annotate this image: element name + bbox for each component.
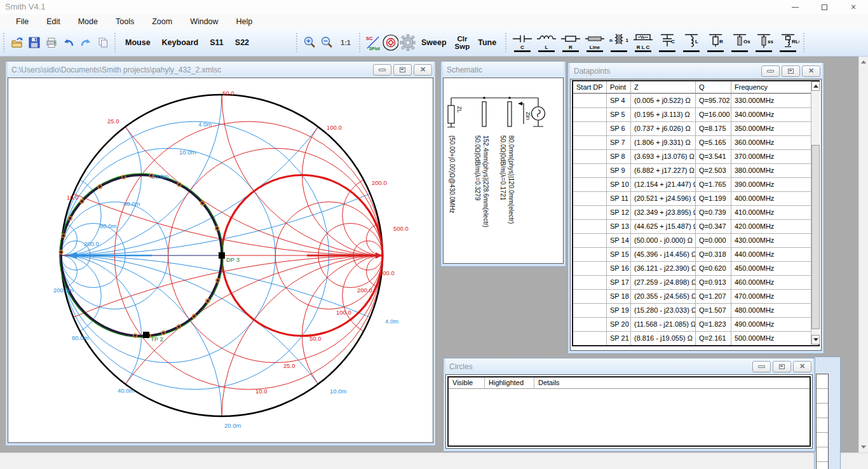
hidden-window-edge[interactable] [814, 357, 841, 469]
admittance-grid-label: 40.0m [123, 200, 140, 207]
smith-grid [8, 78, 433, 442]
point-label: TP 2 [151, 336, 163, 343]
admittance-grid-label: 20.0m [152, 173, 168, 180]
series-rlc-button[interactable]: R L C [631, 32, 655, 53]
mode-button-mouse[interactable]: Mouse [119, 38, 156, 47]
workspace-vertical-scrollbar[interactable] [858, 57, 868, 452]
menu-file[interactable]: File [7, 14, 37, 29]
point-square[interactable] [143, 332, 149, 338]
window-close-button[interactable]: ✕ [793, 361, 811, 372]
datapoint-row[interactable]: SP 15 (45.396 - j14.456) Ω Q=0.318 440.0… [573, 247, 818, 261]
window-minimize-button[interactable] [752, 361, 771, 372]
menu-edit[interactable]: Edit [37, 14, 69, 29]
smith-chart-window[interactable]: C:\Users\sidlo\Documents\Smith projects\… [5, 61, 436, 446]
series-resistor-button[interactable]: R [559, 32, 583, 53]
svg-text:1: 1 [626, 37, 629, 43]
impedance-grid-label: 200.0 [372, 179, 387, 186]
action-button-clr-swp[interactable]: Clr Swp [452, 35, 473, 50]
datapoints-header-row: Start DPPointZQFrequency [573, 81, 818, 93]
mode-button-keyboard[interactable]: Keyboard [156, 38, 205, 47]
series-line-button[interactable]: Line [583, 32, 607, 53]
smith-chart-canvas[interactable]: DP 3TP 210.025.050.0100.0200.0500.0500.0… [8, 78, 433, 442]
datapoint-row[interactable]: SP 12 (32.349 + j23.895) Ω Q=0.739 410.0… [573, 205, 818, 219]
window-close-button[interactable]: ✕ [802, 65, 820, 77]
save-icon[interactable] [25, 34, 43, 51]
admittance-grid-label: 4.0m [198, 121, 212, 128]
scroll-up-button[interactable] [811, 81, 820, 91]
datapoint-row[interactable]: SP 18 (20.355 - j24.565) Ω Q=1.207 470.0… [573, 289, 818, 303]
datapoint-row[interactable]: SP 9 (6.882 + j17.227) Ω Q=2.503 380.000… [573, 163, 818, 177]
datapoint-row[interactable]: SP 13 (44.625 + j15.487) Ω Q=0.347 420.0… [573, 219, 818, 233]
schematic-window[interactable]: Schematic (50.00+j0.00)Ω@430.0MHz 50.0Ω|… [440, 61, 566, 267]
shunt-capacitor-button[interactable]: C [655, 32, 679, 53]
window-maximize-button[interactable] [773, 361, 791, 372]
open-project-icon[interactable] [8, 34, 25, 51]
svg-text:RLC: RLC [792, 39, 799, 44]
circles-tool-icon[interactable] [381, 34, 398, 51]
print-icon[interactable] [43, 34, 60, 51]
window-minimize-button[interactable] [761, 65, 780, 77]
app-maximize-button[interactable] [810, 0, 839, 14]
menu-mode[interactable]: Mode [69, 14, 107, 29]
series-inductor-button[interactable]: L [534, 32, 559, 53]
admittance-grid-label: 80.0m [72, 334, 88, 341]
circles-window[interactable]: Circles ✕ VisibleHighlightedDetails [443, 358, 815, 452]
toolbar-grip [505, 33, 507, 52]
datapoint-row[interactable]: SP 21 (8.816 - j19.055) Ω Q=2.161 500.00… [573, 331, 818, 345]
window-maximize-button[interactable] [393, 64, 412, 76]
impedance-grid-label: 50.0 [222, 90, 234, 97]
menu-tools[interactable]: Tools [107, 14, 143, 29]
menu-window[interactable]: Window [181, 14, 227, 29]
datapoint-row[interactable]: SP 4 (0.005 + j0.522) Ω Q=95.702 330.000… [573, 93, 818, 107]
shorted-stub-button[interactable]: ss [752, 32, 776, 53]
undo-icon[interactable] [60, 34, 77, 51]
datapoint-row[interactable]: SP 8 (3.693 + j13.076) Ω Q=3.541 370.000… [573, 149, 818, 163]
datapoint-row[interactable]: SP 19 (15.280 - j23.033) Ω Q=1.507 480.0… [573, 303, 818, 317]
datapoint-row[interactable]: SP 7 (1.806 + j9.331) Ω Q=5.165 360.000M… [573, 135, 818, 149]
scroll-down-icon[interactable] [861, 445, 866, 449]
menu-help[interactable]: Help [227, 14, 262, 29]
zoom-in-icon[interactable] [301, 34, 318, 51]
schematic-window-title: Schematic [447, 65, 564, 74]
datapoint-row[interactable]: SP 17 (27.259 - j24.898) Ω Q=0.913 460.0… [573, 275, 818, 289]
action-button-sweep[interactable]: Sweep [416, 38, 452, 47]
open-stub-button[interactable]: Os [728, 32, 752, 53]
admittance-grid-label: 200.0 [84, 240, 99, 247]
svg-text:SC: SC [366, 36, 373, 41]
zoom-ratio-label[interactable]: 1:1 [336, 39, 356, 46]
redo-icon[interactable] [77, 34, 94, 51]
scroll-down-button[interactable] [811, 335, 820, 344]
datapoint-row[interactable]: SP 14 (50.000 - j0.000) Ω Q=0.000 430.00… [573, 233, 818, 247]
window-minimize-button[interactable] [373, 64, 391, 76]
shunt-resistor-button[interactable]: R [703, 32, 728, 53]
datapoints-window[interactable]: Datapoints ✕ Start DPPointZQFrequency SP… [567, 62, 824, 354]
impedance-grid-label: 500.0 [393, 225, 409, 232]
datapoint-row[interactable]: SP 5 (0.195 + j3.113) Ω Q=16.000 340.000… [573, 107, 818, 121]
settings-gear-icon[interactable] [398, 34, 416, 51]
transformer-button[interactable]: n1 [607, 32, 631, 53]
scrollbar-thumb[interactable] [811, 145, 820, 329]
shunt-rlc-button[interactable]: RLC [776, 32, 800, 53]
datapoints-table: Start DPPointZQFrequency SP 4 (0.005 + j… [572, 80, 820, 346]
series-capacitor-button[interactable]: C [510, 32, 534, 53]
copy-icon[interactable] [94, 34, 111, 51]
point-square[interactable] [219, 252, 225, 259]
app-close-button[interactable]: × [839, 0, 868, 14]
scroll-up-icon[interactable] [861, 60, 866, 64]
mode-button-s22[interactable]: S22 [229, 38, 255, 47]
datapoints-scrollbar[interactable] [811, 81, 820, 344]
datapoint-row[interactable]: SP 10 (12.154 + j21.447) Ω Q=1.765 390.0… [573, 177, 818, 191]
menu-zoom[interactable]: Zoom [143, 14, 181, 29]
datapoint-row[interactable]: SP 16 (36.121 - j22.390) Ω Q=0.620 450.0… [573, 261, 818, 275]
window-close-button[interactable]: ✕ [414, 64, 432, 76]
shunt-inductor-button[interactable]: L [679, 32, 703, 53]
datapoint-row[interactable]: SP 6 (0.737 + j6.026) Ω Q=8.175 350.000M… [573, 121, 818, 135]
zoom-out-icon[interactable] [318, 34, 336, 51]
window-maximize-button[interactable] [782, 65, 800, 77]
sc-splot-icon[interactable]: SCSPlot [364, 34, 381, 51]
datapoint-row[interactable]: SP 11 (20.521 + j24.596) Ω Q=1.199 400.0… [573, 191, 818, 205]
action-button-tune[interactable]: Tune [472, 38, 502, 47]
datapoint-row[interactable]: SP 20 (11.568 - j21.085) Ω Q=1.823 490.0… [573, 317, 818, 331]
mode-button-s11[interactable]: S11 [204, 38, 229, 47]
app-minimize-button[interactable] [780, 0, 810, 14]
